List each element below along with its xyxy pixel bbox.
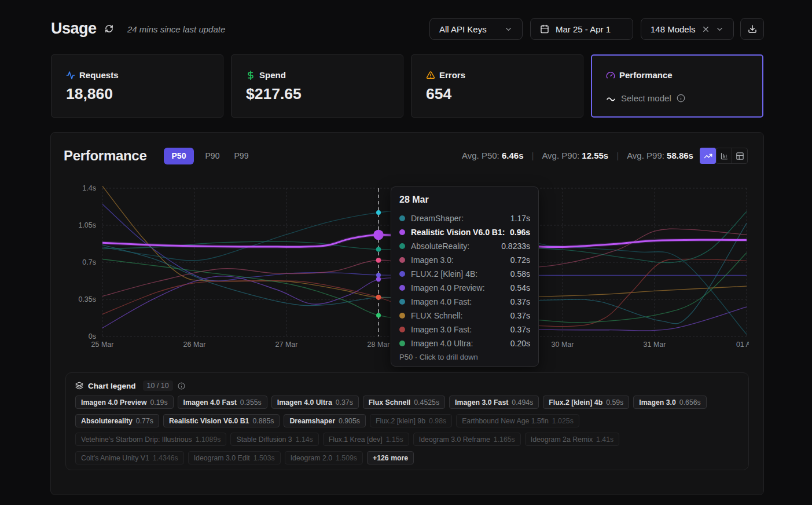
svg-text:25 Mar: 25 Mar xyxy=(91,341,114,349)
svg-text:31 Mar: 31 Mar xyxy=(644,341,666,349)
svg-text:1.4s: 1.4s xyxy=(82,184,96,192)
svg-text:30 Mar: 30 Mar xyxy=(552,341,574,349)
svg-text:01 Apr: 01 Apr xyxy=(736,341,749,349)
svg-text:0s: 0s xyxy=(89,332,96,341)
svg-text:26 Mar: 26 Mar xyxy=(183,341,206,349)
svg-text:0.7s: 0.7s xyxy=(82,258,96,266)
svg-text:1.05s: 1.05s xyxy=(78,221,96,229)
svg-text:28 Mar: 28 Mar xyxy=(368,341,390,349)
svg-text:0.35s: 0.35s xyxy=(78,295,96,303)
svg-text:27 Mar: 27 Mar xyxy=(275,341,298,349)
